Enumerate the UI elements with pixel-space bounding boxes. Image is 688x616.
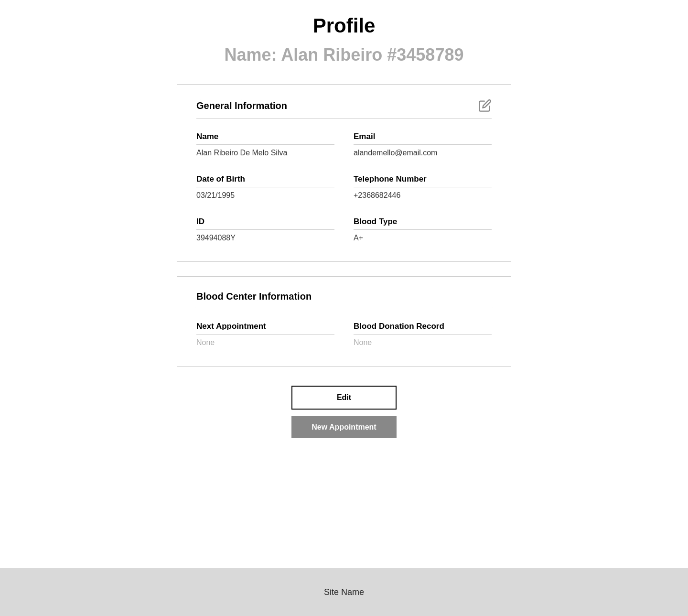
blood-type-label: Blood Type [354, 217, 492, 230]
blood-center-fields: Next Appointment None Blood Donation Rec… [196, 322, 492, 347]
field-blood-type: Blood Type A+ [354, 217, 492, 242]
dob-value: 03/21/1995 [196, 191, 334, 200]
new-appointment-button[interactable]: New Appointment [291, 416, 397, 438]
general-info-fields: Name Alan Ribeiro De Melo Silva Email al… [196, 132, 492, 242]
field-email: Email alandemello@email.com [354, 132, 492, 157]
telephone-label: Telephone Number [354, 174, 492, 187]
page-title: Profile [313, 14, 376, 37]
site-name: Site Name [324, 587, 364, 597]
telephone-value: +2368682446 [354, 191, 492, 200]
site-footer: Site Name [0, 568, 688, 616]
blood-donation-label: Blood Donation Record [354, 322, 492, 335]
general-info-header: General Information [196, 99, 492, 119]
email-value: alandemello@email.com [354, 149, 492, 157]
action-buttons: Edit New Appointment [177, 386, 511, 438]
id-value: 39494088Y [196, 234, 334, 242]
next-appointment-label: Next Appointment [196, 322, 334, 335]
id-label: ID [196, 217, 334, 230]
edit-button[interactable]: Edit [291, 386, 397, 410]
blood-center-title: Blood Center Information [196, 291, 312, 302]
edit-pencil-icon[interactable] [478, 99, 492, 112]
email-label: Email [354, 132, 492, 145]
name-value: Alan Ribeiro De Melo Silva [196, 149, 334, 157]
field-next-appointment: Next Appointment None [196, 322, 334, 347]
blood-center-card: Blood Center Information Next Appointmen… [177, 276, 511, 367]
name-label: Name [196, 132, 334, 145]
next-appointment-value: None [196, 338, 334, 347]
field-telephone: Telephone Number +2368682446 [354, 174, 492, 200]
field-dob: Date of Birth 03/21/1995 [196, 174, 334, 200]
blood-center-header: Blood Center Information [196, 291, 492, 308]
profile-name-heading: Name: Alan Ribeiro #3458789 [225, 45, 464, 65]
blood-donation-value: None [354, 338, 492, 347]
general-info-title: General Information [196, 100, 287, 111]
field-id: ID 39494088Y [196, 217, 334, 242]
blood-type-value: A+ [354, 234, 492, 242]
dob-label: Date of Birth [196, 174, 334, 187]
general-info-card: General Information Name Alan Ribeiro De… [177, 84, 511, 262]
field-name: Name Alan Ribeiro De Melo Silva [196, 132, 334, 157]
field-blood-donation: Blood Donation Record None [354, 322, 492, 347]
